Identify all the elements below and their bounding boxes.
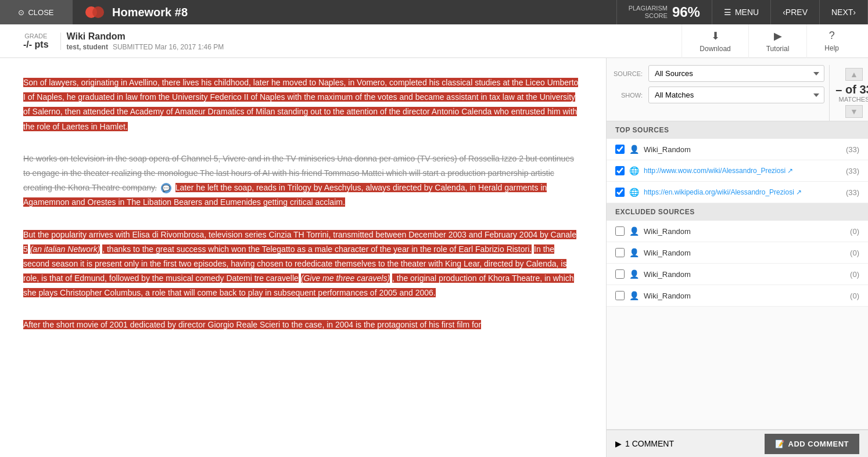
excl-source-1-icon: 👤 (629, 226, 639, 236)
excl-source-4-icon: 👤 (629, 291, 639, 300)
excl-source-1-count: (0) (842, 227, 859, 236)
menu-label: MENU (735, 8, 759, 17)
main-area: Son of lawyers, originating in Avellino,… (0, 58, 868, 457)
top-source-item-2[interactable]: 🌐 http://www.wow.com/wiki/Alessandro_Pre… (607, 160, 868, 182)
document-title: Homework #8 (112, 6, 188, 19)
source-2-count: (33) (842, 167, 859, 175)
excl-source-3-name: Wiki_Random (644, 270, 837, 279)
add-comment-icon: 📝 (775, 440, 785, 448)
prev-button[interactable]: ‹ PREV (771, 0, 820, 24)
excl-source-3-count: (0) (842, 270, 859, 279)
plagiarism-label: PLAGIARISM SCORE (629, 5, 668, 20)
grade-value: -/- pts (23, 39, 49, 50)
add-comment-label: ADD COMMENT (788, 440, 849, 448)
highlighted-text-4: After the short movie of 2001 dedicated … (23, 320, 481, 329)
source-2-web-icon: 🌐 (629, 166, 639, 175)
source-3-checkbox[interactable] (615, 188, 625, 197)
submission-meta: test, student SUBMITTED Mar 16, 2017 1:4… (67, 43, 682, 51)
excl-source-4-count: (0) (842, 292, 859, 300)
comments-count: 1 COMMENT (625, 439, 674, 448)
source-2-checkbox[interactable] (615, 166, 625, 175)
highlighted-text-1: Son of lawyers, originating in Avellino,… (23, 78, 578, 131)
top-source-item-1[interactable]: 👤 Wiki_Random (33) (607, 139, 868, 160)
excluded-source-item-4[interactable]: 👤 Wiki_Random (0) (607, 285, 868, 307)
excl-source-2-checkbox[interactable] (615, 248, 625, 257)
download-label: Download (700, 45, 730, 53)
grade-area: GRADE -/- pts (12, 33, 61, 50)
next-button[interactable]: NEXT › (820, 0, 868, 24)
tutorial-label: Tutorial (766, 45, 790, 53)
highlighted-italic-2: (Give me three caravels) (301, 274, 390, 283)
paragraph-2: He works on television in the soap opera… (23, 152, 583, 210)
right-panel: SOURCE: All SourcesWiki_Randomhttp://www… (607, 58, 868, 457)
plagiarism-score-value: 96% (672, 4, 700, 20)
excl-source-3-icon: 👤 (629, 269, 639, 279)
sub-header: GRADE -/- pts Wiki Random test, student … (0, 24, 868, 58)
show-filter-row: SHOW: All MatchesExact MatchesNear Match… (614, 87, 824, 103)
highlighted-text-3b: , thanks to the great success which won … (102, 244, 532, 254)
matches-label: MATCHES (835, 96, 868, 103)
download-action[interactable]: ⬇ Download (682, 24, 748, 58)
matches-count: – of 33 (835, 83, 868, 96)
matches-nav-up[interactable]: ▲ (845, 68, 863, 81)
help-label: Help (824, 44, 839, 52)
close-icon: ⊙ (18, 8, 24, 17)
menu-button[interactable]: ☰ MENU (712, 0, 771, 24)
add-comment-button[interactable]: 📝 ADD COMMENT (765, 434, 859, 454)
excl-source-1-name: Wiki_Random (644, 227, 837, 236)
highlighted-italic-1: (an italian Network) (30, 244, 101, 254)
source-1-name: Wiki_Random (644, 145, 837, 154)
close-label: CLOSE (28, 8, 53, 17)
excl-source-2-name: Wiki_Random (644, 249, 837, 257)
excluded-source-item-2[interactable]: 👤 Wiki_Random (0) (607, 242, 868, 264)
comments-footer: ▶ 1 COMMENT 📝 ADD COMMENT (607, 429, 868, 457)
close-button[interactable]: ⊙ CLOSE (0, 0, 73, 24)
paragraph-1: Son of lawyers, originating in Avellino,… (23, 75, 583, 134)
excl-source-4-name: Wiki_Random (644, 292, 837, 300)
comment-bubble[interactable]: 💬 (161, 183, 171, 193)
sources-section: TOP SOURCES 👤 Wiki_Random (33) 🌐 http://… (607, 121, 868, 429)
paragraph-4: After the short movie of 2001 dedicated … (23, 318, 583, 332)
header-actions: ⬇ Download ▶ Tutorial ? Help (682, 24, 856, 58)
source-3-link[interactable]: https://en.wikipedia.org/wiki/Alessandro… (644, 188, 802, 196)
source-2-link[interactable]: http://www.wow.com/wiki/Alessandro_Prezi… (644, 167, 793, 175)
top-sources-header: TOP SOURCES (607, 121, 868, 139)
tutorial-icon: ▶ (774, 30, 782, 42)
excl-source-4-checkbox[interactable] (615, 291, 625, 300)
help-action[interactable]: ? Help (806, 24, 856, 58)
source-1-user-icon: 👤 (629, 145, 639, 154)
plagiarism-score-area: PLAGIARISM SCORE 96% (616, 0, 712, 24)
excl-source-2-count: (0) (842, 249, 859, 257)
excl-source-3-checkbox[interactable] (615, 269, 625, 279)
matches-nav-down[interactable]: ▼ (845, 105, 863, 118)
grade-label: GRADE (24, 33, 47, 39)
show-filter-select[interactable]: All MatchesExact MatchesNear Matches (648, 87, 824, 103)
source-filter-select[interactable]: All SourcesWiki_Randomhttp://www.wow.com… (648, 65, 824, 82)
wiki-title: Wiki Random (67, 31, 682, 42)
download-icon: ⬇ (711, 30, 720, 42)
comments-toggle[interactable]: ▶ 1 COMMENT (615, 439, 759, 448)
comments-expand-icon: ▶ (615, 439, 622, 448)
source-3-name: https://en.wikipedia.org/wiki/Alessandro… (644, 188, 837, 196)
paragraph-3: But the popularity arrives with Elisa di… (23, 228, 583, 301)
excluded-source-item-3[interactable]: 👤 Wiki_Random (0) (607, 264, 868, 285)
excluded-sources-header: EXCLUDED SOURCES (607, 203, 868, 221)
submission-info: Wiki Random test, student SUBMITTED Mar … (67, 31, 682, 51)
document-panel[interactable]: Son of lawyers, originating in Avellino,… (0, 58, 607, 457)
logo-title-area: Homework #8 (73, 2, 616, 23)
source-filter-label: SOURCE: (614, 70, 643, 77)
source-3-count: (33) (842, 188, 859, 197)
excluded-source-item-1[interactable]: 👤 Wiki_Random (0) (607, 221, 868, 242)
source-filter-row: SOURCE: All SourcesWiki_Randomhttp://www… (614, 65, 824, 82)
student-name: test, student (67, 43, 108, 51)
excl-source-1-checkbox[interactable] (615, 226, 625, 236)
top-navigation: ⊙ CLOSE Homework #8 PLAGIARISM SCORE 96%… (0, 0, 868, 24)
source-3-web-icon: 🌐 (629, 188, 639, 197)
next-icon: › (853, 8, 856, 17)
source-1-checkbox[interactable] (615, 145, 625, 154)
logo-icon (84, 2, 105, 23)
menu-icon: ☰ (724, 8, 731, 17)
top-source-item-3[interactable]: 🌐 https://en.wikipedia.org/wiki/Alessand… (607, 182, 868, 203)
show-filter-label: SHOW: (614, 92, 643, 99)
tutorial-action[interactable]: ▶ Tutorial (748, 24, 807, 58)
